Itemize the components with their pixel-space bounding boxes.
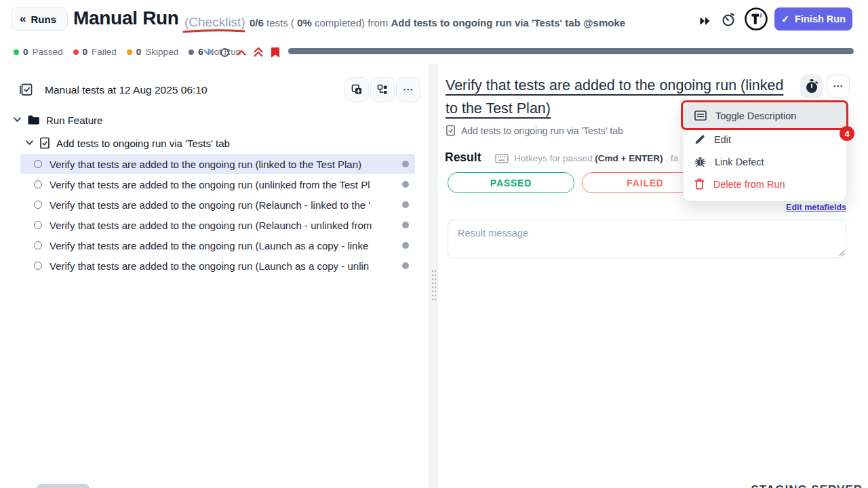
ellipsis-icon: ⋯ <box>833 83 844 89</box>
file-check-icon <box>39 137 50 149</box>
sidebar-more-button[interactable]: ⋯ <box>396 77 420 102</box>
finish-run-button[interactable]: ✓ Finish Run <box>774 7 852 30</box>
completed-word: completed) from <box>312 17 391 28</box>
test-row[interactable]: Verify that tests are added to the ongoi… <box>20 154 415 174</box>
file-check-icon <box>446 125 456 136</box>
test-timer-button[interactable] <box>800 75 823 98</box>
check-icon: ✓ <box>781 14 789 24</box>
stopwatch-icon <box>720 10 736 28</box>
hotkeys-suffix: , fa <box>663 153 678 163</box>
run-type-label: (Checklist) <box>184 15 245 30</box>
test-title: Verify that tests are added to the ongoi… <box>50 220 397 231</box>
not-run-circle-icon <box>34 221 42 229</box>
test-row[interactable]: Verify that tests are added to the ongoi… <box>20 256 415 276</box>
test-row[interactable]: Verify that tests are added to the ongoi… <box>20 195 415 215</box>
chevron-down-icon <box>203 49 213 56</box>
clipped-tooltip-chip <box>37 484 90 488</box>
not-run-circle-icon <box>34 241 42 249</box>
menu-item-delete-from-run[interactable]: Delete from Run <box>684 173 846 195</box>
stopwatch-filled-icon <box>804 78 819 94</box>
progress-fill <box>288 48 854 54</box>
staging-server-watermark: STAGING SERVER <box>751 483 863 488</box>
passed-number: 0 <box>23 47 28 57</box>
checklist-icon <box>19 82 34 97</box>
urgent-priority-filter[interactable] <box>254 47 263 57</box>
trash-icon <box>694 178 705 190</box>
status-dot-icon <box>402 222 409 228</box>
menu-item-link-defect[interactable]: Link Defect <box>684 150 846 173</box>
run-source: Add tests to ongoing run via 'Tests' tab… <box>391 17 625 28</box>
normal-priority-filter[interactable] <box>220 48 229 57</box>
annotation-step-badge: 4 <box>840 126 854 141</box>
result-message-input[interactable] <box>448 220 846 258</box>
skipped-count: 0 Skipped <box>127 47 178 57</box>
circle-icon <box>220 48 229 57</box>
failed-count: 0 Failed <box>73 47 117 57</box>
notrun-number: 6 <box>198 47 203 57</box>
status-dot-icon <box>402 242 409 249</box>
menu-item-label: Delete from Run <box>713 179 785 190</box>
failed-dot-icon <box>73 49 79 55</box>
hotkeys-hint: Hotkeys for passed (Cmd + ENTER) , fa <box>495 153 682 163</box>
suite-label: Add tests to ongoing run via 'Tests' tab <box>56 138 230 149</box>
not-run-circle-icon <box>34 160 42 168</box>
not-run-circle-icon <box>34 180 42 188</box>
fast-forward-icon <box>699 16 711 26</box>
suite-reference-label: Add tests to ongoing run via 'Tests' tab <box>461 125 623 136</box>
tests-word: tests ( <box>264 17 297 28</box>
bookmark-filter[interactable] <box>271 47 280 58</box>
menu-item-label: Link Defect <box>715 157 764 167</box>
skipped-number: 0 <box>136 47 142 57</box>
back-to-runs-button[interactable]: « Runs <box>11 7 68 31</box>
description-icon <box>694 110 707 121</box>
menu-item-edit[interactable]: Edit <box>684 128 846 150</box>
copy-icon <box>351 83 363 96</box>
panel-resize-handle[interactable] <box>429 64 438 488</box>
timer-button[interactable] <box>718 9 738 29</box>
page-title: Manual Run <box>73 7 179 29</box>
result-heading: Result <box>445 150 481 165</box>
test-row[interactable]: Verify that tests are added to the ongoi… <box>20 235 415 256</box>
test-context-menu: Toggle Description Edit Link Defect De <box>683 102 847 201</box>
notrun-dot-icon <box>189 49 194 55</box>
run-instance-title: Manual tests at 12 Aug 2025 06:10 <box>45 84 208 96</box>
tree-suite-node[interactable]: Add tests to ongoing run via 'Tests' tab <box>26 134 230 152</box>
test-suite-reference[interactable]: Add tests to ongoing run via 'Tests' tab <box>446 125 623 136</box>
folder-icon <box>27 115 40 125</box>
keyboard-icon <box>495 154 509 163</box>
not-run-circle-icon <box>34 201 42 209</box>
tree-view-button[interactable] <box>370 77 395 102</box>
fast-forward-button[interactable] <box>694 11 715 31</box>
status-dot-icon <box>402 161 409 167</box>
test-row[interactable]: Verify that tests are added to the ongoi… <box>20 174 415 195</box>
percent-complete: 0% <box>297 17 312 28</box>
tree-folder-run-feature[interactable]: Run Feature <box>14 110 102 129</box>
passed-dot-icon <box>14 49 19 55</box>
chevron-down-icon <box>14 117 21 123</box>
bug-icon <box>694 156 706 167</box>
menu-item-toggle-description[interactable]: Toggle Description <box>684 103 846 128</box>
drag-grip-icon <box>431 269 437 302</box>
run-progress-summary: 0/6 tests ( 0% completed) from Add tests… <box>250 17 625 28</box>
priority-filter-icons <box>203 46 280 58</box>
status-dot-icon <box>402 181 409 188</box>
bookmark-icon <box>271 47 280 58</box>
failed-label: Failed <box>92 47 117 57</box>
copy-tests-button[interactable] <box>344 77 369 102</box>
test-more-button[interactable]: ⋯ <box>827 75 850 98</box>
chevron-up-icon <box>237 49 246 56</box>
test-title: Verify that tests are added to the ongoi… <box>50 159 397 170</box>
hotkeys-prefix: Hotkeys for passed <box>514 153 595 163</box>
folder-label: Run Feature <box>46 115 102 126</box>
chevron-down-filter[interactable] <box>203 49 213 56</box>
mark-passed-button[interactable]: PASSED <box>448 172 574 193</box>
edit-metafields-link[interactable]: Edit metafields <box>786 203 846 212</box>
test-run-page: « Runs Manual Run (Checklist) 0/6 tests … <box>0 0 868 488</box>
not-run-circle-icon <box>34 262 42 270</box>
status-dot-icon <box>402 262 409 269</box>
test-row[interactable]: Verify that tests are added to the ongoi… <box>20 215 415 235</box>
high-priority-filter[interactable] <box>237 49 246 56</box>
hotkeys-text: Hotkeys for passed (Cmd + ENTER) , fa <box>514 153 678 163</box>
app-logo-button[interactable] <box>744 7 768 31</box>
menu-item-label: Toggle Description <box>715 110 796 121</box>
